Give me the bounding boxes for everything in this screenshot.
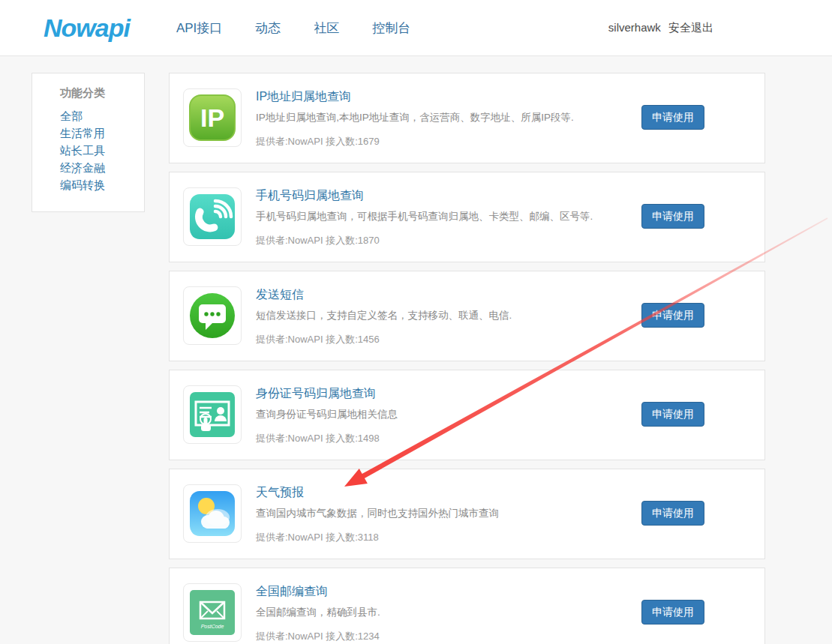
- category-sidebar: 功能分类 全部生活常用站长工具经济金融编码转换: [32, 73, 145, 212]
- api-card-list: IP IP地址归属地查询 IP地址归属地查询,本地IP地址查询，含运营商、数字地…: [169, 73, 765, 644]
- api-meta: 提供者:NowAPI 接入数:1870: [256, 234, 380, 247]
- postcode-icon: PostCode: [188, 589, 236, 637]
- sidebar-category-4[interactable]: 编码转换: [60, 176, 137, 193]
- api-description: 短信发送接口，支持自定义签名，支持移动、联通、电信.: [256, 309, 512, 322]
- api-description: 查询国内城市气象数据，同时也支持国外热门城市查询: [256, 507, 499, 520]
- sidebar-category-1[interactable]: 生活常用: [60, 124, 137, 142]
- api-title-link[interactable]: 手机号码归属地查询: [256, 188, 364, 204]
- top-header: Nowapi API接口动态社区控制台 silverhawk 安全退出: [0, 0, 832, 56]
- nowapi-logo[interactable]: Nowapi: [44, 13, 130, 43]
- api-description: IP地址归属地查询,本地IP地址查询，含运营商、数字地址、所属IP段等.: [256, 111, 574, 124]
- idcard-icon: [188, 391, 236, 439]
- nav-item-2[interactable]: 社区: [314, 19, 339, 37]
- api-description: 手机号码归属地查询，可根据手机号码查询归属地、卡类型、邮编、区号等.: [256, 210, 593, 223]
- sidebar-category-2[interactable]: 站长工具: [60, 142, 137, 159]
- api-meta: 提供者:NowAPI 接入数:1234: [256, 630, 380, 643]
- main-nav: API接口动态社区控制台: [176, 19, 410, 37]
- sidebar-category-3[interactable]: 经济金融: [60, 159, 137, 176]
- api-meta: 提供者:NowAPI 接入数:3118: [256, 531, 379, 544]
- sidebar-title: 功能分类: [60, 86, 137, 100]
- nav-item-1[interactable]: 动态: [255, 19, 281, 37]
- user-box: silverhawk 安全退出: [608, 21, 713, 35]
- nav-item-0[interactable]: API接口: [176, 19, 222, 37]
- api-meta: 提供者:NowAPI 接入数:1456: [256, 333, 380, 346]
- api-description: 全国邮编查询，精确到县市.: [256, 606, 380, 619]
- api-icon-box[interactable]: [183, 187, 242, 246]
- api-description: 查询身份证号码归属地相关信息: [256, 408, 398, 421]
- ip-icon: IP: [188, 94, 236, 142]
- api-icon-box[interactable]: [183, 484, 242, 543]
- sidebar-items: 全部生活常用站长工具经济金融编码转换: [60, 107, 137, 193]
- sidebar-category-0[interactable]: 全部: [60, 107, 137, 124]
- api-icon-box[interactable]: [183, 385, 242, 444]
- api-title-link[interactable]: IP地址归属地查询: [256, 89, 351, 105]
- api-meta: 提供者:NowAPI 接入数:1679: [256, 135, 380, 148]
- svg-text:IP: IP: [200, 103, 224, 132]
- nav-item-3[interactable]: 控制台: [372, 19, 410, 37]
- api-card-2: 发送短信 短信发送接口，支持自定义签名，支持移动、联通、电信. 提供者:NowA…: [169, 271, 765, 361]
- apply-button[interactable]: 申请使用: [641, 105, 704, 130]
- apply-button[interactable]: 申请使用: [641, 600, 704, 625]
- api-meta: 提供者:NowAPI 接入数:1498: [256, 432, 380, 445]
- apply-button[interactable]: 申请使用: [641, 501, 704, 526]
- api-title-link[interactable]: 发送短信: [256, 287, 304, 303]
- main-area: 功能分类 全部生活常用站长工具经济金融编码转换 IP IP地址归属地查询 IP地…: [0, 56, 832, 644]
- api-title-link[interactable]: 全国邮编查询: [256, 584, 328, 600]
- api-icon-box[interactable]: PostCode: [183, 583, 242, 642]
- api-title-link[interactable]: 身份证号码归属地查询: [256, 386, 376, 402]
- sms-icon: [188, 292, 236, 340]
- weather-icon: [188, 490, 236, 538]
- username-label: silverhawk: [608, 21, 661, 34]
- api-card-5: PostCode 全国邮编查询 全国邮编查询，精确到县市. 提供者:NowAPI…: [169, 568, 765, 644]
- api-title-link[interactable]: 天气预报: [256, 485, 304, 501]
- api-card-1: 手机号码归属地查询 手机号码归属地查询，可根据手机号码查询归属地、卡类型、邮编、…: [169, 172, 765, 262]
- api-icon-box[interactable]: IP: [183, 88, 242, 147]
- api-card-3: 身份证号码归属地查询 查询身份证号码归属地相关信息 提供者:NowAPI 接入数…: [169, 370, 765, 460]
- api-icon-box[interactable]: [183, 286, 242, 345]
- logout-link[interactable]: 安全退出: [668, 21, 713, 34]
- api-card-0: IP IP地址归属地查询 IP地址归属地查询,本地IP地址查询，含运营商、数字地…: [169, 73, 765, 163]
- phone-icon: [188, 193, 236, 241]
- svg-text:PostCode: PostCode: [201, 624, 224, 629]
- apply-button[interactable]: 申请使用: [641, 303, 704, 328]
- apply-button[interactable]: 申请使用: [641, 402, 704, 427]
- api-card-4: 天气预报 查询国内城市气象数据，同时也支持国外热门城市查询 提供者:NowAPI…: [169, 469, 765, 559]
- apply-button[interactable]: 申请使用: [641, 204, 704, 229]
